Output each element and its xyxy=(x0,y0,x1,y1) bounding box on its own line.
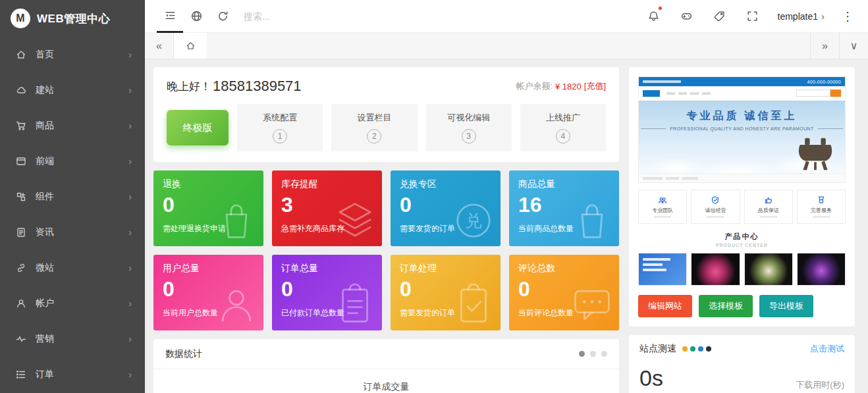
sidebar-item-label: 首页 xyxy=(36,49,54,61)
tabs-menu-button[interactable]: ∨ xyxy=(839,33,868,59)
sidebar-item-label: 微站 xyxy=(36,262,54,274)
sidebar-item-orders[interactable]: 订单 › xyxy=(0,357,145,392)
sidebar-item-news[interactable]: 资讯 › xyxy=(0,215,145,250)
step-number: 1 xyxy=(273,129,287,144)
export-template-button[interactable]: 导出模板 xyxy=(759,295,813,317)
stat-card-total-users[interactable]: 用户总量 0 当前用户总数量 xyxy=(153,255,263,330)
stat-card-returns[interactable]: 退换 0 需处理退换货申请 xyxy=(153,170,263,246)
browser-icon xyxy=(16,156,26,167)
recharge-link[interactable]: [充值] xyxy=(584,80,606,92)
version-badge-button[interactable]: 终极版 xyxy=(167,110,229,145)
refresh-button[interactable] xyxy=(209,0,236,33)
sidebar-item-account[interactable]: 帐户 › xyxy=(0,286,145,321)
sidebar-item-marketing[interactable]: 营销 › xyxy=(0,321,145,357)
stat-card-total-orders[interactable]: 订单总量 0 已付款订单总数量 xyxy=(272,255,382,330)
carousel-dot[interactable] xyxy=(579,351,585,357)
theme-skin-button[interactable] xyxy=(674,0,700,33)
speed-test-title: 站点测速 xyxy=(639,343,676,355)
left-column: 晚上好！ 18581389571 帐户余额: ¥ 1820 [充值] 终极版 系… xyxy=(153,67,619,393)
link-icon xyxy=(16,263,26,273)
chevron-right-icon: › xyxy=(821,11,825,22)
choose-template-button[interactable]: 选择模板 xyxy=(699,295,753,317)
sidebar-item-home[interactable]: 首页 › xyxy=(0,37,145,72)
stat-card-total-products[interactable]: 商品总量 16 当前商品总数量 xyxy=(509,170,619,246)
stat-card-order-processing[interactable]: 订单处理 0 需要发货的订单 xyxy=(391,255,501,330)
preview-features: 专业团队 诚信经营 品质保证 xyxy=(638,190,846,224)
tab-home[interactable] xyxy=(174,33,207,59)
refresh-icon xyxy=(217,10,229,22)
feature-subtext-placeholder xyxy=(707,216,724,218)
search-input[interactable] xyxy=(244,11,389,22)
sidebar-item-label: 帐户 xyxy=(36,298,54,309)
user-icon xyxy=(16,298,26,309)
preview-subnav-placeholder xyxy=(639,173,845,182)
cloud-icon xyxy=(16,85,26,95)
stat-card-exchange-zone[interactable]: 兑换专区 0 需要发货的订单 兑 xyxy=(391,170,501,246)
fullscreen-icon xyxy=(746,10,759,22)
chevron-right-icon: › xyxy=(128,192,132,202)
sidebar-toggle-button[interactable] xyxy=(157,0,183,33)
feature-subtext-placeholder xyxy=(760,216,777,218)
list-icon xyxy=(16,369,26,380)
tabs-scroll-right-button[interactable]: » xyxy=(810,33,839,59)
feature-box: 诚信经营 xyxy=(691,190,740,224)
account-phone: 18581389571 xyxy=(213,78,302,95)
carousel-dot[interactable] xyxy=(601,351,607,357)
speed-dot xyxy=(706,346,711,352)
edit-site-button[interactable]: 编辑网站 xyxy=(638,295,692,317)
product-thumbnail xyxy=(691,253,740,286)
people-icon xyxy=(658,196,667,205)
preview-search-input xyxy=(796,90,830,97)
sidebar-item-label: 商品 xyxy=(36,120,54,132)
sidebar-item-site-builder[interactable]: 建站 › xyxy=(0,72,145,108)
feature-box: 完善服务 xyxy=(797,190,846,224)
more-menu-button[interactable]: ⋮ xyxy=(836,9,859,24)
sidebar-item-label: 建站 xyxy=(36,84,54,96)
stat-card-stock-alert[interactable]: 库存提醒 3 急需补充商品库存 xyxy=(272,170,382,246)
preview-topbar-text-placeholder xyxy=(643,80,681,83)
sidebar: M WEB管理中心 首页 › 建站 › 商品 › 前端 › xyxy=(0,0,145,393)
chevron-right-icon: › xyxy=(128,120,132,131)
page-content: 晚上好！ 18581389571 帐户余额: ¥ 1820 [充值] 终极版 系… xyxy=(145,59,868,393)
tabs-scroll-left-button[interactable]: « xyxy=(145,33,174,59)
preview-search xyxy=(796,90,841,97)
notifications-button[interactable] xyxy=(641,0,667,33)
step-launch-promo[interactable]: 上线推广 4 xyxy=(520,104,606,151)
sidebar-item-frontend[interactable]: 前端 › xyxy=(0,144,145,179)
chevron-right-icon: › xyxy=(128,263,132,273)
sidebar-item-microsite[interactable]: 微站 › xyxy=(0,250,145,286)
language-button[interactable] xyxy=(183,0,209,33)
speed-dot xyxy=(682,346,688,352)
chevron-right-icon: › xyxy=(128,85,132,95)
tags-button[interactable] xyxy=(707,0,733,33)
topbar: template1 › ⋮ xyxy=(145,0,868,33)
run-speed-test-link[interactable]: 点击测试 xyxy=(810,343,844,355)
speed-test-panel: 站点测速 点击测试 0s 下载用时(秒) xyxy=(629,335,855,393)
speed-dot xyxy=(698,346,703,352)
step-system-config[interactable]: 系统配置 1 xyxy=(237,104,323,151)
bag-icon xyxy=(568,196,616,245)
app-logo: M WEB管理中心 xyxy=(0,0,145,37)
fullscreen-button[interactable] xyxy=(740,0,766,33)
preview-hero: 专业品质 诚信至上 PROFESSIONAL QUALITY AND HONES… xyxy=(639,101,845,173)
carousel-dot[interactable] xyxy=(590,351,596,357)
template-switcher[interactable]: template1 › xyxy=(773,11,830,22)
balance-amount: ¥ 1820 xyxy=(555,82,582,92)
logo-icon: M xyxy=(11,9,30,28)
topbar-actions: template1 › ⋮ xyxy=(641,0,859,33)
stat-card-total-comments[interactable]: 评论总数 0 当前评论总数量 xyxy=(509,255,619,330)
clipboard-check-icon xyxy=(449,280,498,329)
sidebar-item-products[interactable]: 商品 › xyxy=(0,108,145,144)
components-icon xyxy=(16,192,26,202)
step-set-columns[interactable]: 设置栏目 2 xyxy=(331,104,417,151)
sidebar-item-label: 营销 xyxy=(36,333,54,345)
speed-desc: 下载用时(秒) xyxy=(796,379,844,391)
chevron-right-icon: › xyxy=(128,369,132,380)
template-panel: 400-000-00000 xyxy=(629,67,855,327)
main-area: template1 › ⋮ « » ∨ 晚上好！ xyxy=(145,0,868,393)
medal-icon xyxy=(817,196,826,205)
preview-logo xyxy=(643,90,660,97)
sidebar-item-components[interactable]: 组件 › xyxy=(0,179,145,215)
balance-label: 帐户余额: xyxy=(516,80,553,92)
step-visual-edit[interactable]: 可视化编辑 3 xyxy=(426,104,512,151)
